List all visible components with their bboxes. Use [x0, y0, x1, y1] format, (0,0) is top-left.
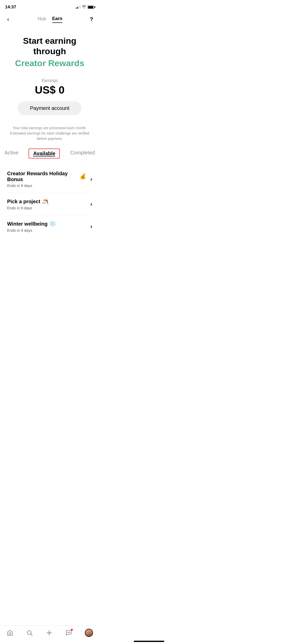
chevron-right-icon: ›	[86, 176, 92, 183]
challenge-title: Pick a project 🪃	[7, 198, 86, 205]
challenge-item[interactable]: Creator Rewards Holiday Bonus 💰 Ends in …	[7, 166, 92, 193]
hero-section: Start earning through Creator Rewards	[6, 33, 93, 78]
signal-icon	[76, 6, 80, 9]
main-content: Start earning through Creator Rewards Ea…	[0, 28, 99, 263]
payment-account-button[interactable]: Payment account	[18, 101, 82, 115]
help-button[interactable]: ?	[90, 16, 93, 23]
challenge-title: Creator Rewards Holiday Bonus 💰	[7, 171, 86, 182]
disclaimer-text: Your total earnings are processed each m…	[6, 125, 93, 141]
status-bar: 14:37	[0, 0, 99, 13]
chevron-right-icon: ›	[86, 201, 92, 208]
challenge-info: Winter wellbeing ❄️ Ends in 9 days	[7, 221, 86, 232]
battery-icon	[88, 6, 94, 9]
challenge-tabs: Active Available Completed	[6, 149, 93, 158]
tab-active[interactable]: Active	[5, 150, 18, 157]
challenge-emoji: 🪃	[42, 198, 49, 205]
challenge-list: Creator Rewards Holiday Bonus 💰 Ends in …	[6, 166, 93, 238]
challenge-title-text: Pick a project	[7, 199, 40, 204]
earnings-amount: US$ 0	[6, 84, 93, 96]
challenge-info: Creator Rewards Holiday Bonus 💰 Ends in …	[7, 171, 86, 188]
challenge-title-text: Creator Rewards Holiday Bonus	[7, 171, 78, 182]
hero-title-line1: Start earning through	[6, 36, 93, 56]
tab-available[interactable]: Available	[29, 149, 60, 158]
chevron-right-icon: ›	[86, 223, 92, 230]
challenge-item[interactable]: Pick a project 🪃 Ends in 9 days ›	[7, 193, 92, 215]
back-button[interactable]: ‹	[6, 15, 10, 24]
tab-completed[interactable]: Completed	[70, 150, 95, 157]
hero-title-line2: Creator Rewards	[6, 58, 93, 68]
challenge-info: Pick a project 🪃 Ends in 9 days	[7, 198, 86, 210]
challenge-item[interactable]: Winter wellbeing ❄️ Ends in 9 days ›	[7, 215, 92, 238]
nav-tabs: Hub Earn	[38, 16, 62, 23]
challenge-ends: Ends in 9 days	[7, 206, 86, 210]
wifi-icon	[82, 5, 86, 9]
challenge-ends: Ends in 9 days	[7, 183, 86, 188]
tab-earn[interactable]: Earn	[52, 16, 62, 23]
challenge-title: Winter wellbeing ❄️	[7, 221, 86, 227]
nav-header: ‹ Hub Earn ?	[0, 13, 99, 28]
status-icons	[76, 5, 94, 9]
challenge-title-text: Winter wellbeing	[7, 221, 48, 227]
tab-hub[interactable]: Hub	[38, 16, 46, 23]
challenge-ends: Ends in 9 days	[7, 228, 86, 232]
challenge-emoji: 💰	[79, 173, 86, 180]
earnings-section: Earnings US$ 0 Payment account	[6, 78, 93, 120]
status-time: 14:37	[5, 5, 16, 10]
earnings-label: Earnings	[6, 78, 93, 83]
challenge-emoji: ❄️	[49, 221, 56, 227]
